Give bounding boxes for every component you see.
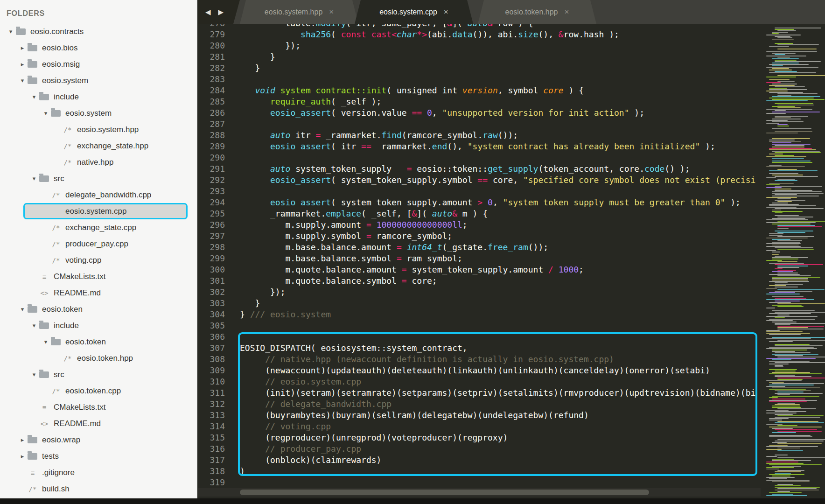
code-line-291[interactable]: 291 auto system_token_supply = eosio::to… xyxy=(198,163,761,175)
tree-file-producer_pay.cpp[interactable]: /*producer_pay.cpp xyxy=(0,236,197,252)
code-line-282[interactable]: 282 } xyxy=(198,63,761,74)
tree-folder-tests[interactable]: ▸tests xyxy=(0,448,197,464)
scrollbar-thumb[interactable] xyxy=(240,490,649,495)
code-line-279[interactable]: 279 sha256( const_cast<char*>(abi.data()… xyxy=(198,29,761,40)
code-line-319[interactable]: 319 xyxy=(198,477,761,488)
chevron-down-icon[interactable]: ▾ xyxy=(17,306,28,313)
tree-file-CMakeLists.txt[interactable]: ≡CMakeLists.txt xyxy=(0,268,197,285)
tree-file-build.sh[interactable]: /*build.sh xyxy=(0,481,197,497)
code-line-311[interactable]: 311 (init)(setram)(setramrate)(setparams… xyxy=(198,387,761,399)
chevron-right-icon[interactable]: ▸ xyxy=(17,436,28,443)
code-line-285[interactable]: 285 require_auth( _self ); xyxy=(198,96,761,107)
code-line-313[interactable]: 313 (buyrambytes)(buyram)(sellram)(deleg… xyxy=(198,410,761,421)
back-icon[interactable]: ◀ xyxy=(205,8,211,16)
tree-folder-src[interactable]: ▾src xyxy=(0,170,197,187)
tab-eosio.system.hpp[interactable]: eosio.system.hpp× xyxy=(240,0,358,24)
tree-file-eosio.token.hpp[interactable]: /*eosio.token.hpp xyxy=(0,350,197,366)
tree-file-exchange_state.cpp[interactable]: /*exchange_state.cpp xyxy=(0,219,197,236)
tree-folder-include[interactable]: ▾include xyxy=(0,317,197,334)
tree-file-native.hpp[interactable]: /*native.hpp xyxy=(0,154,197,170)
tree-file-eosio.system.cpp[interactable]: /*eosio.system.cpp xyxy=(0,203,197,219)
tree-folder-eosio.bios[interactable]: ▸eosio.bios xyxy=(0,40,197,56)
tab-eosio.system.cpp[interactable]: eosio.system.cpp× xyxy=(355,0,473,24)
code-line-278[interactable]: 278 table.modify( itr, same_payer, [&]( … xyxy=(198,24,761,29)
code-line-288[interactable]: 288 auto itr = _rammarket.find(ramcore_s… xyxy=(198,130,761,141)
tree-file-.gitignore[interactable]: ≡.gitignore xyxy=(0,464,197,481)
tree-file-README.md[interactable]: <>README.md xyxy=(0,285,197,301)
code-line-289[interactable]: 289 eosio_assert( itr == _rammarket.end(… xyxy=(198,141,761,152)
forward-icon[interactable]: ▶ xyxy=(218,8,224,16)
file-icon: /* xyxy=(51,387,61,395)
tree-folder-eosio.token[interactable]: ▾eosio.token xyxy=(0,334,197,350)
tree-folder-src[interactable]: ▾src xyxy=(0,366,197,383)
code-line-316[interactable]: 316 // producer_pay.cpp xyxy=(198,443,761,455)
tree-file-CMakeLists.txt[interactable]: ≡CMakeLists.txt xyxy=(0,399,197,415)
code-line-296[interactable]: 296 m.supply.amount = 100000000000000ll; xyxy=(198,219,761,231)
chevron-down-icon[interactable]: ▾ xyxy=(6,28,16,35)
tree-file-voting.cpp[interactable]: /*voting.cpp xyxy=(0,252,197,268)
chevron-down-icon[interactable]: ▾ xyxy=(29,93,39,100)
tab-eosio.token.hpp[interactable]: eosio.token.hpp× xyxy=(478,0,596,24)
code-line-309[interactable]: 309 (newaccount)(updateauth)(deleteauth)… xyxy=(198,365,761,376)
code-line-298[interactable]: 298 m.base.balance.amount = int64_t(_gst… xyxy=(198,242,761,253)
code-line-305[interactable]: 305 xyxy=(198,320,761,331)
tree-file-delegate_bandwidth.cpp[interactable]: /*delegate_bandwidth.cpp xyxy=(0,187,197,203)
code-line-303[interactable]: 303 } xyxy=(198,298,761,309)
close-icon[interactable]: × xyxy=(444,7,448,17)
editor[interactable]: 278 table.modify( itr, same_payer, [&]( … xyxy=(198,24,761,488)
code-line-287[interactable]: 287 xyxy=(198,119,761,130)
code-line-290[interactable]: 290 xyxy=(198,152,761,163)
tree-file-exchange_state.hpp[interactable]: /*exchange_state.hpp xyxy=(0,138,197,154)
code-line-281[interactable]: 281 } xyxy=(198,51,761,63)
close-icon[interactable]: × xyxy=(329,7,334,17)
code-line-300[interactable]: 300 m.quote.balance.amount = system_toke… xyxy=(198,264,761,275)
code-line-302[interactable]: 302 }); xyxy=(198,287,761,298)
code-line-318[interactable]: 318) xyxy=(198,466,761,477)
chevron-down-icon[interactable]: ▾ xyxy=(41,110,51,117)
code-line-293[interactable]: 293 xyxy=(198,186,761,197)
chevron-down-icon[interactable]: ▾ xyxy=(29,175,39,182)
code-line-295[interactable]: 295 _rammarket.emplace( _self, [&]( auto… xyxy=(198,208,761,219)
code-line-286[interactable]: 286 eosio_assert( version.value == 0, "u… xyxy=(198,107,761,119)
code-line-297[interactable]: 297 m.supply.symbol = ramcore_symbol; xyxy=(198,231,761,242)
chevron-right-icon[interactable]: ▸ xyxy=(17,453,28,460)
code-line-307[interactable]: 307EOSIO_DISPATCH( eosiosystem::system_c… xyxy=(198,343,761,354)
tree-file-eosio.token.cpp[interactable]: /*eosio.token.cpp xyxy=(0,383,197,399)
tree-folder-eosio.wrap[interactable]: ▸eosio.wrap xyxy=(0,432,197,448)
code-line-280[interactable]: 280 }); xyxy=(198,40,761,51)
close-icon[interactable]: × xyxy=(565,7,569,17)
tree-folder-include[interactable]: ▾include xyxy=(0,89,197,105)
code-line-310[interactable]: 310 // eosio.system.cpp xyxy=(198,376,761,387)
code-line-306[interactable]: 306 xyxy=(198,331,761,343)
tree-folder-eosio.system[interactable]: ▾eosio.system xyxy=(0,72,197,89)
chevron-down-icon[interactable]: ▾ xyxy=(41,338,51,345)
code-line-299[interactable]: 299 m.base.balance.symbol = ram_symbol; xyxy=(198,253,761,264)
minimap-line xyxy=(769,274,800,275)
tree-folder-eosio.token[interactable]: ▾eosio.token xyxy=(0,301,197,317)
chevron-down-icon[interactable]: ▾ xyxy=(17,77,28,84)
tree-file-README.md[interactable]: <>README.md xyxy=(0,415,197,432)
code-text xyxy=(225,152,240,163)
code-line-312[interactable]: 312 // delegate_bandwidth.cpp xyxy=(198,399,761,410)
code-line-283[interactable]: 283 xyxy=(198,74,761,85)
horizontal-scrollbar[interactable] xyxy=(198,488,761,497)
code-line-317[interactable]: 317 (onblock)(claimrewards) xyxy=(198,455,761,466)
minimap[interactable] xyxy=(761,24,825,498)
chevron-right-icon[interactable]: ▸ xyxy=(17,44,28,51)
chevron-down-icon[interactable]: ▾ xyxy=(29,322,39,329)
code-line-314[interactable]: 314 // voting.cpp xyxy=(198,421,761,432)
code-line-284[interactable]: 284 void system_contract::init( unsigned… xyxy=(198,85,761,96)
tree-folder-eosio.contracts[interactable]: ▾eosio.contracts xyxy=(0,23,197,40)
code-line-294[interactable]: 294 eosio_assert( system_token_supply.am… xyxy=(198,197,761,208)
chevron-right-icon[interactable]: ▸ xyxy=(17,61,28,68)
code-line-315[interactable]: 315 (regproducer)(unregprod)(voteproduce… xyxy=(198,432,761,443)
tree-folder-eosio.msig[interactable]: ▸eosio.msig xyxy=(0,56,197,72)
code-line-308[interactable]: 308 // native.hpp (newaccount definition… xyxy=(198,354,761,365)
chevron-down-icon[interactable]: ▾ xyxy=(29,371,39,378)
code-line-292[interactable]: 292 eosio_assert( system_token_supply.sy… xyxy=(198,175,761,186)
tree-folder-eosio.system[interactable]: ▾eosio.system xyxy=(0,105,197,121)
minimap-line xyxy=(769,389,806,390)
code-line-301[interactable]: 301 m.quote.balance.symbol = core; xyxy=(198,275,761,287)
tree-file-eosio.system.hpp[interactable]: /*eosio.system.hpp xyxy=(0,121,197,138)
code-line-304[interactable]: 304} /// eosio.system xyxy=(198,309,761,320)
